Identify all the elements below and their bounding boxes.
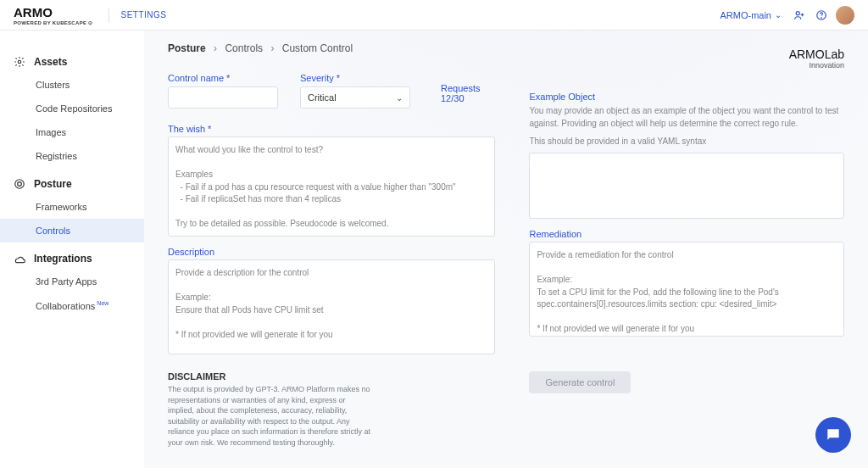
sidebar-label: Assets [34,56,67,68]
disclaimer-body: The output is provided by GPT-3. ARMO Pl… [168,384,371,448]
sidebar-label: Posture [34,178,72,190]
help-icon[interactable] [814,8,829,23]
example-hint2: This should be provided in a valid YAML … [529,135,844,148]
example-label: Example Object [529,92,844,102]
svg-point-4 [15,180,25,189]
sidebar-item-3rd-party[interactable]: 3rd Party Apps [0,270,144,293]
severity-value: Critical [308,92,337,103]
svg-point-3 [18,60,21,64]
logo-subtext: POWERED BY KUBESCAPE ⊙ [14,20,93,25]
sidebar-item-images[interactable]: Images [0,120,144,144]
svg-point-0 [796,11,799,14]
chevron-down-icon: ⌄ [396,93,403,103]
settings-link[interactable]: SETTINGS [121,10,167,20]
app-header: ARMO POWERED BY KUBESCAPE ⊙ SETTINGS ARM… [0,0,868,31]
example-hint: You may provide an object as an example … [529,104,844,130]
main-content: Posture › Controls › Custom Control Cont… [144,31,868,468]
tenant-selector[interactable]: ARMO-main [720,10,771,20]
chat-icon [825,426,842,443]
severity-label: Severity * [300,73,410,83]
svg-point-5 [18,182,22,187]
breadcrumb-part[interactable]: Controls [225,42,263,54]
sidebar-group-integrations[interactable]: Integrations [0,248,144,270]
description-textarea[interactable]: Provide a description for the control Ex… [168,259,495,354]
wish-label: The wish * [168,124,495,134]
sidebar-item-controls[interactable]: Controls [0,219,144,242]
sidebar-item-label: Collaborations [36,301,95,311]
sidebar-item-collaborations[interactable]: CollaborationsNew [0,293,144,318]
sidebar-group-posture[interactable]: Posture [0,173,144,195]
remediation-textarea[interactable]: Provide a remediation for the control Ex… [529,242,844,337]
generate-control-button[interactable]: Generate control [529,371,631,393]
sidebar-group-assets[interactable]: Assets [0,51,144,73]
breadcrumb-part: Custom Control [282,42,353,54]
description-label: Description [168,247,495,257]
disclaimer: DISCLAIMER The output is provided by GPT… [168,371,495,448]
example-textarea[interactable] [529,153,844,219]
logo-text: ARMO [14,5,93,20]
breadcrumb: Posture › Controls › Custom Control [168,42,844,54]
chat-fab[interactable] [815,417,851,453]
new-badge: New [97,300,108,306]
sidebar-item-frameworks[interactable]: Frameworks [0,195,144,219]
logo[interactable]: ARMO POWERED BY KUBESCAPE ⊙ [14,5,93,25]
breadcrumb-part[interactable]: Posture [168,42,206,54]
disclaimer-title: DISCLAIMER [168,371,495,382]
sidebar-item-code-repos[interactable]: Code Repositories [0,97,144,120]
control-name-label: Control name * [168,73,278,83]
sidebar: Assets Clusters Code Repositories Images… [0,31,144,468]
divider [108,8,109,23]
remediation-label: Remediation [529,229,844,239]
severity-select[interactable]: Critical ⌄ [300,86,410,109]
wish-textarea[interactable]: What would you like the control to test?… [168,136,495,237]
sidebar-item-registries[interactable]: Registries [0,144,144,168]
chevron-down-icon[interactable]: ⌄ [775,10,782,20]
svg-point-2 [821,17,822,18]
armolab-badge: ARMOLab Innovation [789,47,844,70]
control-name-input[interactable] [168,86,278,109]
sidebar-item-clusters[interactable]: Clusters [0,73,144,97]
sidebar-label: Integrations [34,253,92,265]
avatar[interactable] [836,6,854,25]
user-add-icon[interactable] [792,8,807,23]
requests-counter: Requests 12/30 [441,83,495,109]
